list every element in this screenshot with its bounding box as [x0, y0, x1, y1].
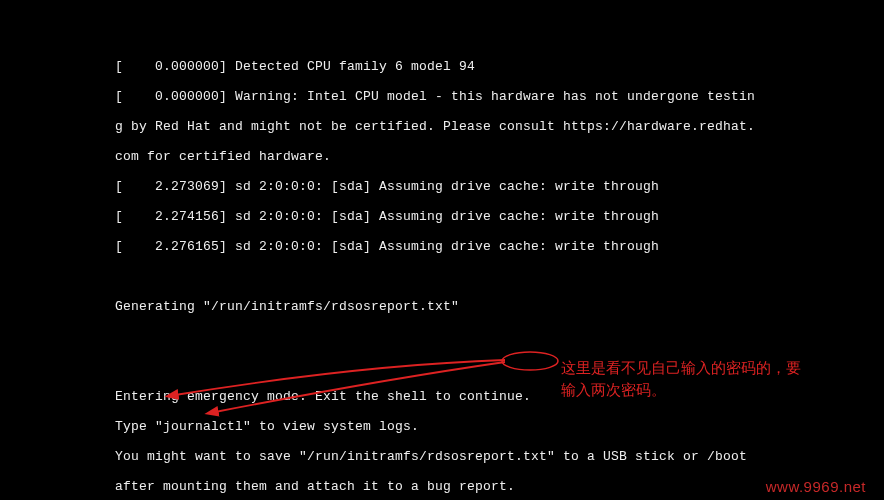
mode-line: Type "journalctl" to view system logs.: [115, 419, 765, 434]
annotation-text: 这里是看不见自己输入的密码的，要 输入两次密码。: [561, 357, 801, 401]
svg-point-0: [502, 352, 558, 370]
mode-line: You might want to save "/run/initramfs/r…: [115, 449, 765, 464]
boot-line: [ 2.276165] sd 2:0:0:0: [sda] Assuming d…: [115, 239, 765, 254]
annotation-line-2: 输入两次密码。: [561, 379, 801, 401]
annotation-line-1: 这里是看不见自己输入的密码的，要: [561, 357, 801, 379]
boot-line: [ 0.000000] Detected CPU family 6 model …: [115, 59, 765, 74]
mode-line: after mounting them and attach it to a b…: [115, 479, 765, 494]
boot-line: [ 2.273069] sd 2:0:0:0: [sda] Assuming d…: [115, 179, 765, 194]
terminal-output[interactable]: [ 0.000000] Detected CPU family 6 model …: [115, 44, 765, 500]
annotation-ellipse: [500, 350, 560, 372]
boot-line: Generating "/run/initramfs/rdsosreport.t…: [115, 299, 765, 314]
blank-line: [115, 269, 765, 284]
boot-line: [ 0.000000] Warning: Intel CPU model - t…: [115, 89, 765, 104]
blank-line: [115, 329, 765, 344]
boot-line: [ 2.274156] sd 2:0:0:0: [sda] Assuming d…: [115, 209, 765, 224]
boot-line: com for certified hardware.: [115, 149, 765, 164]
boot-line: g by Red Hat and might not be certified.…: [115, 119, 765, 134]
watermark: www.9969.net: [766, 479, 866, 494]
